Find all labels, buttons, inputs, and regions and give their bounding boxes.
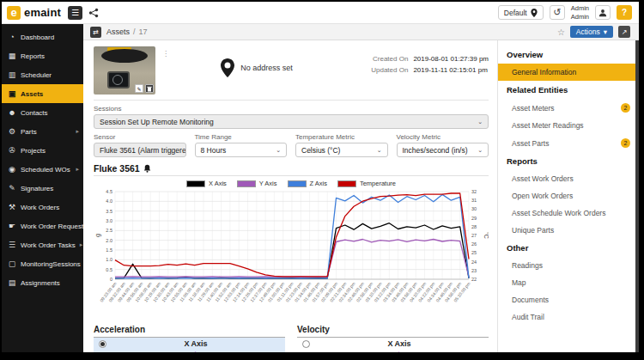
environment-label: Default [504, 9, 527, 17]
sidebar-item-work-order-requests[interactable]: ☛Work Order Requests▸ [2, 217, 83, 235]
svg-text:3.5: 3.5 [106, 209, 112, 214]
sidebar-item-parts[interactable]: ⚙Parts▸ [2, 122, 83, 141]
acceleration-title: Acceleration [94, 323, 285, 338]
sidebar-item-contacts[interactable]: ☻Contacts [2, 103, 83, 122]
temperature-metric-label: Temperature Metric [295, 133, 388, 141]
panel-item-label: Audit Trail [512, 313, 544, 321]
svg-text:2.5: 2.5 [106, 228, 112, 233]
sidebar-item-label: Assignments [21, 279, 60, 287]
monitoring-sessions-icon: ▢ [8, 259, 16, 268]
acceleration-radio[interactable] [99, 340, 106, 348]
legend-item-z-axis: Z Axis [288, 180, 327, 187]
sidebar-item-label: Contacts [21, 109, 48, 117]
panel-section-title: Related Entities [498, 81, 639, 99]
panel-item-audit-trail[interactable]: Audit Trail [498, 308, 639, 326]
sidebar-item-assignments[interactable]: ▤Assignments [2, 273, 83, 292]
sidebar-item-label: Reports [21, 52, 45, 60]
svg-text:2.0: 2.0 [106, 238, 112, 243]
chevron-right-icon: ▸ [80, 241, 83, 248]
reports-icon: ▦ [8, 52, 16, 60]
panel-item-documents[interactable]: Documents [498, 291, 639, 308]
panel-item-asset-parts[interactable]: Asset Parts2 [498, 134, 639, 152]
temperature-metric-value: Celsius (°C) [301, 146, 340, 155]
legend-item-y-axis: Y Axis [237, 180, 277, 187]
acceleration-x-axis-row[interactable]: X Axis [106, 339, 285, 348]
switch-view-icon[interactable]: ⇄ [90, 27, 101, 38]
sidebar-item-reports[interactable]: ▦Reports [2, 46, 83, 65]
sidebar-item-label: Assets [21, 90, 43, 98]
sensor-select[interactable]: Fluke 3561 (Alarm triggered)⌄ [94, 143, 186, 157]
actions-button[interactable]: Actions▾ [570, 26, 613, 38]
panel-item-asset-work-orders[interactable]: Asset Work Orders [498, 170, 639, 187]
sidebar-item-dashboard[interactable]: ◔Dashboard [2, 27, 83, 46]
assignments-icon: ▤ [8, 278, 16, 287]
location-pin-icon [531, 9, 538, 17]
sidebar-item-scheduler[interactable]: ▥Scheduler [2, 65, 83, 84]
help-button[interactable]: ? [617, 5, 632, 20]
favorite-star-icon[interactable]: ☆ [557, 27, 565, 37]
panel-item-map[interactable]: Map [498, 274, 639, 291]
acceleration-rows: X Axis Y Axis [94, 338, 285, 352]
count-badge: 2 [621, 103, 630, 113]
acceleration-y-axis-row[interactable]: Y Axis [94, 348, 285, 352]
panel-item-label: General Information [512, 68, 576, 76]
asset-photo[interactable]: ✎ [94, 46, 155, 95]
record-navigation-panel: OverviewGeneral InformationRelated Entit… [497, 40, 639, 352]
panel-item-label: Documents [512, 296, 549, 304]
velocity-x-axis-row[interactable]: X Axis [310, 339, 489, 348]
panel-item-asset-meter-readings[interactable]: Asset Meter Readings [498, 117, 639, 134]
sidebar-item-label: Projects [21, 147, 46, 155]
panel-item-label: Asset Work Orders [512, 174, 574, 183]
history-icon[interactable]: ↺ [550, 5, 565, 20]
panel-item-unique-parts[interactable]: Unique Parts [498, 222, 639, 239]
panel-item-readings[interactable]: Readings [498, 257, 639, 274]
temperature-metric-select[interactable]: Celsius (°C)⌄ [295, 143, 388, 157]
address-block: No address set [169, 46, 344, 77]
sidebar-item-label: Signatures [21, 185, 53, 192]
breadcrumb-section[interactable]: Assets [106, 27, 130, 36]
vertical-scrollbar[interactable] [635, 40, 639, 352]
velocity-y-axis-row[interactable]: Y Axis [297, 348, 489, 352]
sidebar-item-assets[interactable]: ▣Assets [2, 84, 83, 103]
panel-item-open-work-orders[interactable]: Open Work Orders [498, 187, 639, 204]
hamburger-menu-icon[interactable]: ☰ [68, 6, 82, 20]
sidebar-item-work-orders[interactable]: ⚒Work Orders [2, 198, 83, 217]
panel-item-label: Unique Parts [512, 226, 554, 235]
sidebar-item-projects[interactable]: ✇Projects [2, 141, 83, 160]
sidebar-item-monitoringsessions[interactable]: ▢MonitoringSessions [2, 254, 83, 273]
user-name: Admin Admin [571, 4, 589, 21]
panel-item-general-information[interactable]: General Information [498, 64, 639, 81]
velocity-radio[interactable] [302, 340, 310, 348]
svg-text:27: 27 [471, 233, 477, 238]
panel-item-asset-meters[interactable]: Asset Meters2 [498, 99, 639, 117]
axis-tables: Acceleration X Axis Y Axis Velocity [94, 323, 489, 352]
panel-item-asset-schedule-work-orders[interactable]: Asset Schedule Work Orders [498, 204, 639, 222]
delete-photo-icon[interactable] [145, 84, 154, 93]
sidebar-item-label: Work Order Requests [21, 223, 87, 230]
export-icon[interactable]: ↗ [618, 26, 630, 38]
sessions-select[interactable]: Session Set Up Remote Monitoring⌄ [94, 114, 489, 129]
sidebar-item-scheduled-wos[interactable]: ◉Scheduled WOs▸ [2, 160, 83, 179]
panel-item-label: Readings [512, 261, 543, 270]
sidebar-item-signatures[interactable]: ✎Signatures [2, 179, 83, 198]
asset-header: ✎ ⋮ No address set Create [94, 40, 489, 101]
more-options-icon[interactable]: ⋮ [162, 50, 169, 58]
svg-text:4.0: 4.0 [106, 198, 112, 204]
legend-label: Temperature [360, 180, 396, 187]
svg-text:31: 31 [471, 198, 477, 203]
sensor-value: Fluke 3561 (Alarm triggered) [100, 146, 186, 155]
svg-text:3.0: 3.0 [106, 218, 112, 223]
velocity-title: Velocity [297, 323, 489, 338]
svg-text:24: 24 [471, 259, 477, 265]
edit-photo-icon[interactable]: ✎ [135, 84, 143, 93]
velocity-rows: X Axis Y Axis [297, 338, 489, 352]
sidebar-item-work-order-tasks[interactable]: ☰Work Order Tasks▸ [2, 235, 83, 254]
time-range-select[interactable]: 8 Hours⌄ [195, 143, 288, 157]
sidebar-item-label: Work Orders [21, 204, 59, 211]
velocity-metric-select[interactable]: Inches/second (in/s)⌄ [397, 143, 489, 157]
projects-icon: ✇ [8, 146, 16, 155]
environment-selector[interactable]: Default [498, 5, 544, 20]
user-avatar-icon[interactable] [595, 5, 611, 20]
signatures-icon: ✎ [8, 184, 16, 192]
share-nodes-icon[interactable] [88, 8, 99, 18]
